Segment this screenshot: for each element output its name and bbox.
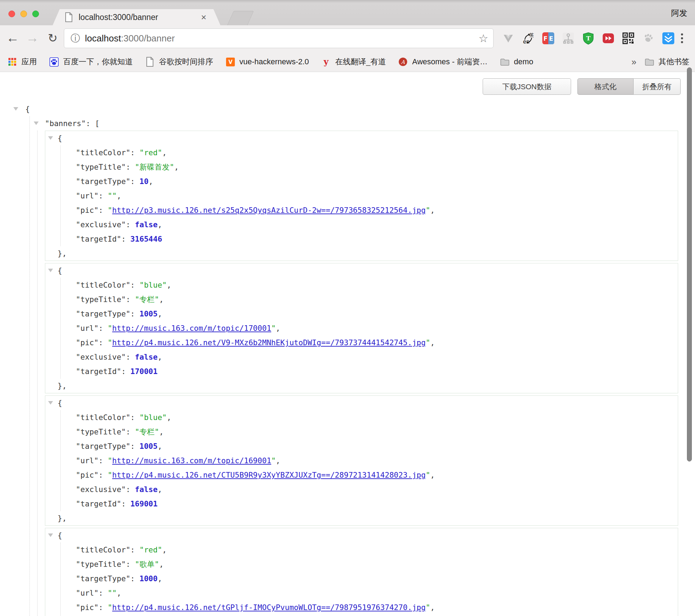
- json-field-targetType: "targetType": 10,: [45, 174, 678, 189]
- json-string-value: "blue": [139, 281, 167, 289]
- json-key: "targetId": [76, 499, 121, 508]
- json-token: },: [58, 381, 67, 390]
- json-token: :: [126, 485, 135, 494]
- bookmark-item-1[interactable]: 应用: [8, 57, 37, 67]
- browser-tab[interactable]: localhost:3000/banner ×: [53, 9, 220, 25]
- minimize-window-button[interactable]: [20, 11, 27, 17]
- json-quote: ": [108, 206, 112, 215]
- address-bar[interactable]: ⓘ localhost:3000/banner ☆: [64, 28, 494, 48]
- svg-text:英: 英: [529, 32, 534, 38]
- json-literal-value: 170001: [130, 367, 158, 376]
- json-link[interactable]: http://music.163.com/m/topic/169001: [112, 456, 271, 465]
- close-window-button[interactable]: [8, 11, 15, 17]
- json-token: :: [130, 177, 139, 186]
- json-field-pic: "pic": "http://p4.music.126.net/CTU5B9R9…: [45, 468, 678, 482]
- json-token: :: [126, 220, 135, 229]
- bookmark-item-3[interactable]: 谷歌按时间排序: [145, 57, 213, 67]
- youdao-translate-extension-icon[interactable]: en英: [521, 31, 535, 45]
- awesomes-icon: A: [398, 57, 408, 66]
- json-token: },: [58, 514, 67, 523]
- json-key: "titleColor": [76, 545, 130, 554]
- page-icon: [145, 57, 154, 66]
- format-button[interactable]: 格式化: [577, 78, 634, 95]
- collapse-root-icon[interactable]: [13, 107, 18, 111]
- bookmark-star-icon[interactable]: ☆: [478, 32, 488, 45]
- json-token: :: [121, 499, 130, 508]
- window-titlebar: localhost:3000/banner × 阿发: [0, 0, 695, 25]
- fehelper-extension-icon[interactable]: FE: [541, 31, 555, 45]
- json-token: ,: [174, 163, 179, 171]
- collect-extension-icon[interactable]: [661, 31, 675, 45]
- qr-code-extension-icon[interactable]: [621, 31, 635, 45]
- json-quote: ": [426, 603, 430, 612]
- reload-icon[interactable]: ↻: [45, 30, 60, 46]
- forward-icon[interactable]: →: [25, 30, 40, 46]
- json-field-typeTitle: "typeTitle": "歌单",: [45, 557, 678, 571]
- json-link[interactable]: http://music.163.com/m/topic/170001: [112, 324, 271, 333]
- collapse-item-icon[interactable]: [48, 136, 53, 140]
- info-icon[interactable]: ⓘ: [71, 32, 80, 45]
- json-quote: ": [108, 456, 112, 465]
- bookmark-item-4[interactable]: Vvue-hackernews-2.0: [226, 57, 309, 66]
- json-key: "pic": [76, 471, 99, 479]
- json-key: "typeTitle": [76, 295, 126, 304]
- json-object-close: },: [45, 511, 678, 525]
- zoom-window-button[interactable]: [32, 11, 39, 17]
- new-tab-button[interactable]: [227, 11, 254, 26]
- json-banners-line: "banners": [: [0, 116, 695, 131]
- bookmarks-overflow-icon[interactable]: »: [631, 57, 636, 67]
- svg-text:en: en: [523, 39, 530, 45]
- json-quote: ": [271, 324, 276, 333]
- vertical-scrollbar-thumb[interactable]: [687, 67, 692, 461]
- bookmark-item-6[interactable]: AAwesomes - 前端资…: [398, 57, 488, 67]
- other-bookmarks-folder[interactable]: 其他书签: [645, 57, 689, 67]
- json-key: "pic": [76, 603, 99, 612]
- collapse-banners-icon[interactable]: [34, 122, 39, 125]
- json-token: ,: [159, 560, 164, 569]
- json-field-typeTitle: "typeTitle": "专栏",: [45, 292, 678, 307]
- org-chart-extension-icon[interactable]: [561, 31, 575, 45]
- json-token: :: [126, 353, 135, 361]
- vue-devtools-extension-icon[interactable]: [501, 31, 515, 45]
- collapse-item-icon[interactable]: [48, 269, 53, 272]
- json-field-pic: "pic": "http://p3.music.126.net/s25q2x5Q…: [45, 203, 678, 217]
- folder-icon: [500, 57, 509, 66]
- json-link[interactable]: http://p4.music.126.net/CTU5B9R9y3XyYBZX…: [112, 471, 426, 479]
- json-field-exclusive: "exclusive": false,: [45, 217, 678, 232]
- json-key: "exclusive": [76, 220, 126, 229]
- json-key: "url": [76, 589, 99, 597]
- bookmark-label: vue-hackernews-2.0: [239, 57, 309, 66]
- json-token: :: [126, 560, 135, 569]
- collapse-all-button[interactable]: 折叠所有: [634, 78, 681, 95]
- video-downloader-extension-icon[interactable]: [601, 31, 615, 45]
- json-token: :: [126, 163, 135, 171]
- collapse-item-icon[interactable]: [48, 401, 53, 405]
- svg-text:A: A: [401, 59, 405, 65]
- bookmark-label: 应用: [21, 57, 37, 67]
- json-token: ,: [158, 353, 162, 361]
- tab-close-icon[interactable]: ×: [201, 12, 206, 23]
- json-link[interactable]: http://p3.music.126.net/s25q2x5QyqsAzilC…: [112, 206, 426, 215]
- bookmark-item-5[interactable]: y在线翻译_有道: [322, 57, 386, 67]
- back-icon[interactable]: ←: [5, 30, 20, 46]
- json-token: },: [58, 249, 67, 258]
- json-token: ,: [158, 220, 162, 229]
- json-link[interactable]: http://p4.music.126.net/tGPljf-IMOCyPvum…: [112, 603, 426, 612]
- json-link[interactable]: http://p4.music.126.net/V9-MXz6b2MNhEKju…: [112, 338, 426, 347]
- json-string-value: "歌单": [135, 560, 159, 569]
- chrome-menu-icon[interactable]: [675, 32, 689, 45]
- json-token: :: [99, 471, 108, 479]
- json-token: ,: [158, 574, 162, 583]
- json-field-url: "url": "http://music.163.com/m/topic/169…: [45, 453, 678, 468]
- paw-extension-icon[interactable]: [641, 31, 655, 45]
- json-string-value: "blue": [139, 413, 167, 422]
- json-token: ,: [276, 456, 280, 465]
- download-json-button[interactable]: 下载JSON数据: [483, 78, 571, 95]
- profile-name[interactable]: 阿发: [671, 8, 687, 19]
- bookmark-item-7[interactable]: demo: [500, 57, 533, 66]
- json-token: ,: [117, 589, 121, 597]
- tampermonkey-extension-icon[interactable]: T: [581, 31, 595, 45]
- bookmark-label: 百度一下，你就知道: [63, 57, 133, 67]
- collapse-item-icon[interactable]: [48, 533, 53, 537]
- bookmark-item-2[interactable]: 百度一下，你就知道: [49, 57, 133, 67]
